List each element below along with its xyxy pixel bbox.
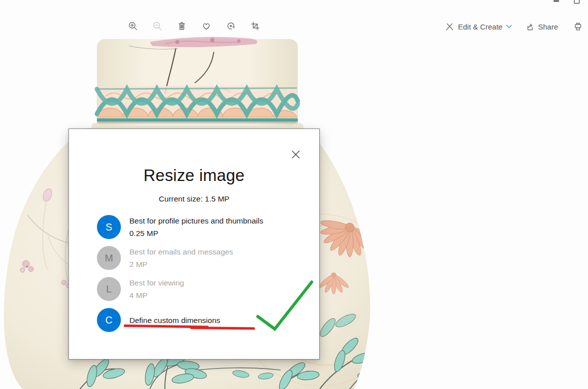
rotate-button[interactable] <box>226 21 236 31</box>
maximize-icon[interactable] <box>574 0 580 4</box>
resize-dialog: Resize image Current size: 1.5 MP S Best… <box>68 128 320 360</box>
dialog-title: Resize image <box>69 166 319 185</box>
zoom-in-button[interactable] <box>128 21 138 31</box>
size-option-text: Best for emails and messages 2 MP <box>129 246 233 270</box>
size-option-medium[interactable]: M Best for emails and messages 2 MP <box>97 246 311 270</box>
share-icon <box>525 22 535 32</box>
size-badge-l: L <box>97 277 121 301</box>
toolbar-right-group: Edit & Create Share <box>445 21 583 32</box>
chevron-down-icon <box>506 24 512 28</box>
share-button[interactable]: Share <box>525 22 558 32</box>
rotate-icon <box>226 21 236 31</box>
size-option-small[interactable]: S Best for profile pictures and thumbnai… <box>97 215 311 239</box>
size-option-text: Best for profile pictures and thumbnails… <box>129 214 263 240</box>
size-option-line1: Define custom dimensions <box>129 314 220 326</box>
size-option-text: Best for viewing 4 MP <box>129 276 184 302</box>
size-option-line1: Best for viewing <box>129 276 184 289</box>
photos-app-window: Edit & Create Share <box>0 0 588 389</box>
delete-button[interactable] <box>177 21 187 31</box>
zoom-out-icon <box>152 21 162 31</box>
print-button[interactable] <box>573 22 583 32</box>
size-option-text: Define custom dimensions <box>129 314 220 326</box>
minimize-icon[interactable] <box>554 0 559 2</box>
size-option-line1: Best for emails and messages <box>129 246 233 258</box>
size-badge-s: S <box>97 215 121 239</box>
size-badge-c: C <box>97 308 121 332</box>
size-option-line2: 2 MP <box>129 258 233 270</box>
zoom-in-icon <box>128 21 138 31</box>
share-label: Share <box>538 22 558 31</box>
crop-icon <box>250 21 260 31</box>
delete-trash-icon <box>177 21 187 31</box>
size-badge-m: M <box>97 246 121 270</box>
size-option-line2: 0.25 MP <box>129 227 263 240</box>
size-option-line2: 4 MP <box>129 289 184 302</box>
size-option-custom[interactable]: C Define custom dimensions <box>97 308 311 332</box>
edit-create-label: Edit & Create <box>458 22 503 31</box>
titlebar <box>0 0 588 6</box>
toolbar-left-group <box>128 21 260 31</box>
edit-create-button[interactable]: Edit & Create <box>445 22 512 32</box>
crop-button[interactable] <box>250 21 260 31</box>
size-option-line1: Best for profile pictures and thumbnails <box>129 214 263 227</box>
size-option-large[interactable]: L Best for viewing 4 MP <box>97 277 311 301</box>
favorite-button[interactable] <box>201 21 211 31</box>
print-icon <box>573 22 583 32</box>
dialog-subtitle: Current size: 1.5 MP <box>69 194 319 204</box>
toolbar: Edit & Create Share <box>0 6 588 34</box>
size-options-list: S Best for profile pictures and thumbnai… <box>97 215 311 332</box>
close-icon[interactable] <box>291 150 301 160</box>
favorite-heart-icon <box>201 21 211 31</box>
zoom-out-button[interactable] <box>152 21 162 31</box>
edit-create-icon <box>445 22 455 32</box>
